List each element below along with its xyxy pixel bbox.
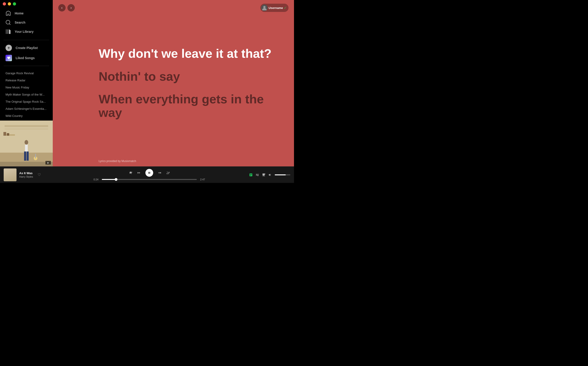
heart-icon [6, 55, 12, 61]
volume-fill [275, 174, 286, 175]
svg-point-15 [263, 6, 266, 8]
player-thumbnail [4, 168, 16, 181]
home-icon [6, 11, 11, 16]
close-button[interactable] [3, 2, 6, 6]
svg-rect-13 [35, 154, 36, 158]
artist-name: Harry Styles [19, 175, 33, 178]
playlist-item[interactable]: Release Radar [0, 77, 53, 84]
playlist-item[interactable]: Myth Maker Songs of the W... [0, 91, 53, 98]
app-body: Home Search Your Library [0, 0, 294, 166]
main-content: ‹ › Username ✓ Why don't we leave it at … [53, 0, 294, 166]
svg-rect-11 [27, 152, 29, 161]
volume-bar[interactable] [275, 174, 290, 175]
sidebar: Home Search Your Library [0, 0, 53, 166]
total-time: 2:47 [199, 178, 207, 181]
active-lyric-line: Why don't we leave it at that? [99, 47, 280, 60]
svg-rect-6 [3, 132, 6, 136]
sidebar-item-home[interactable]: Home [2, 9, 51, 18]
liked-songs-label: Liked Songs [15, 56, 35, 60]
now-playing-indicator: ▶ [45, 161, 51, 165]
svg-rect-3 [5, 125, 48, 127]
next-button[interactable] [158, 171, 162, 175]
svg-rect-4 [5, 129, 48, 130]
maximize-button[interactable] [13, 2, 16, 6]
lyrics-button[interactable] [249, 173, 253, 177]
svg-rect-14 [0, 162, 53, 166]
player-right-controls [249, 173, 290, 177]
volume-button[interactable] [268, 173, 272, 177]
library-icon [6, 29, 11, 34]
lyrics-area: Why don't we leave it at that? Nothin' t… [53, 0, 294, 166]
progress-handle[interactable] [115, 178, 117, 181]
playlist-item[interactable]: Wild Country [0, 112, 53, 119]
album-art-thumbnail: ▶ [0, 121, 53, 166]
sidebar-home-label: Home [15, 11, 24, 15]
create-playlist-button[interactable]: + Create Playlist [2, 43, 51, 53]
user-section[interactable]: Username ✓ [260, 4, 288, 12]
devices-button[interactable] [262, 173, 266, 177]
top-bar: ‹ › Username ✓ [53, 0, 294, 15]
progress-row: 0:24 2:47 [92, 178, 207, 181]
album-art-bg: ▶ [0, 121, 53, 166]
action-section: + Create Playlist Liked Songs [0, 42, 53, 64]
current-time: 0:24 [92, 178, 100, 181]
progress-bar[interactable] [102, 179, 197, 180]
svg-rect-7 [7, 133, 9, 136]
shuffle-button[interactable] [129, 171, 132, 175]
svg-rect-10 [24, 152, 26, 161]
forward-button[interactable]: › [67, 4, 75, 11]
player-track-info: As It Was Harry Styles ♡ [4, 168, 50, 181]
playlist-item[interactable]: Adam Schlesinger's Essentia... [0, 105, 53, 112]
avatar [261, 5, 268, 11]
sidebar-item-search[interactable]: Search [2, 18, 51, 27]
lyrics-attribution: Lyrics provided by Musixmatch [99, 160, 136, 163]
sidebar-library-label: Your Library [15, 30, 33, 33]
progress-fill [102, 179, 116, 180]
player-track-text: As It Was Harry Styles [19, 171, 33, 178]
previous-button[interactable] [137, 171, 141, 175]
player-bar: As It Was Harry Styles ♡ [0, 166, 294, 183]
create-playlist-label: Create Playlist [15, 46, 38, 50]
track-name: As It Was [19, 171, 33, 175]
svg-rect-9 [25, 145, 28, 152]
nav-section: Home Search Your Library [0, 7, 53, 38]
playlist-item[interactable]: New Music Friday [0, 84, 53, 91]
search-icon [6, 20, 11, 25]
playlist-item[interactable]: Garage Rock Revival [0, 70, 53, 77]
sidebar-search-label: Search [15, 21, 25, 24]
inactive-lyric-line-2: When everything gets in the way [99, 92, 280, 120]
repeat-button[interactable] [166, 171, 170, 175]
player-controls: 0:24 2:47 [53, 169, 245, 181]
heart-button[interactable]: ♡ [38, 173, 41, 177]
sidebar-divider [4, 40, 49, 40]
player-thumb-art [4, 168, 16, 181]
nav-arrows: ‹ › [58, 4, 75, 11]
svg-point-8 [24, 140, 28, 145]
sidebar-divider-2 [4, 66, 49, 66]
queue-button[interactable] [255, 173, 259, 177]
player-buttons [129, 169, 170, 177]
sidebar-item-library[interactable]: Your Library [2, 27, 51, 36]
inactive-lyric-line-1: Nothin' to say [99, 70, 280, 83]
playlist-item[interactable]: The Original Spago Rock Sa... [0, 98, 53, 105]
plus-icon: + [6, 45, 12, 51]
playlist-section: Garage Rock Revival Release Radar New Mu… [0, 68, 53, 121]
back-button[interactable]: ‹ [58, 4, 66, 11]
liked-songs-button[interactable]: Liked Songs [2, 53, 51, 63]
check-icon: ✓ [284, 6, 287, 10]
play-pause-button[interactable] [145, 169, 153, 177]
minimize-button[interactable] [8, 2, 11, 6]
user-name: Username [269, 6, 283, 10]
